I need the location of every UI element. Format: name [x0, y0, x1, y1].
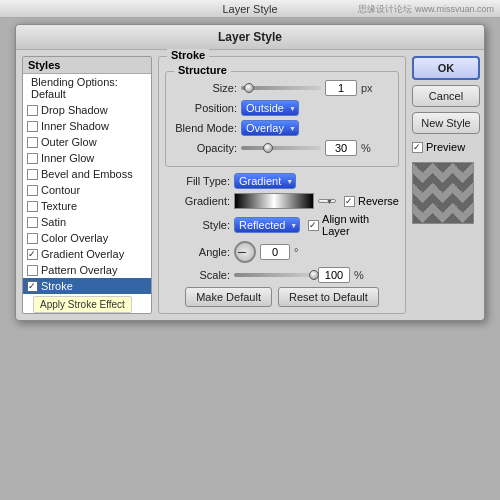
- dialog-body: Styles Blending Options: Default Drop Sh…: [16, 50, 484, 320]
- reverse-checkbox[interactable]: [344, 196, 355, 207]
- angle-input[interactable]: [260, 244, 290, 260]
- size-slider[interactable]: [241, 86, 321, 90]
- stroke-checkbox[interactable]: [27, 281, 38, 292]
- gradient-overlay-checkbox[interactable]: [27, 249, 38, 260]
- style-value: Reflected: [239, 219, 285, 231]
- dialog: Layer Style Styles Blending Options: Def…: [15, 24, 485, 321]
- angle-row: Angle: °: [165, 241, 399, 263]
- bottom-buttons-row: Make Default Reset to Default: [165, 287, 399, 307]
- fill-type-value: Gradient: [239, 175, 281, 187]
- size-input[interactable]: [325, 80, 357, 96]
- sidebar-item-inner-shadow[interactable]: Inner Shadow: [23, 118, 151, 134]
- outer-glow-checkbox[interactable]: [27, 137, 38, 148]
- blend-mode-select[interactable]: Overlay: [241, 120, 299, 136]
- blend-mode-label: Blend Mode:: [172, 122, 237, 134]
- drop-shadow-label: Drop Shadow: [41, 104, 108, 116]
- sidebar-item-satin[interactable]: Satin: [23, 214, 151, 230]
- pattern-overlay-label: Pattern Overlay: [41, 264, 117, 276]
- sidebar-item-contour[interactable]: Contour: [23, 182, 151, 198]
- scale-row: Scale: %: [165, 267, 399, 283]
- sidebar-item-blending[interactable]: Blending Options: Default: [23, 74, 151, 102]
- align-layer-label: Align with Layer: [322, 213, 399, 237]
- blend-mode-row: Blend Mode: Overlay: [172, 120, 392, 136]
- inner-glow-label: Inner Glow: [41, 152, 94, 164]
- sidebar-item-color-overlay[interactable]: Color Overlay: [23, 230, 151, 246]
- sidebar-item-texture[interactable]: Texture: [23, 198, 151, 214]
- opacity-slider[interactable]: [241, 146, 321, 150]
- position-select[interactable]: Outside: [241, 100, 299, 116]
- opacity-label: Opacity:: [172, 142, 237, 154]
- style-row: Style: Reflected Align with Layer: [165, 213, 399, 237]
- left-panel-header: Styles: [23, 57, 151, 74]
- sidebar-item-outer-glow[interactable]: Outer Glow: [23, 134, 151, 150]
- sidebar-item-bevel-emboss[interactable]: Bevel and Emboss: [23, 166, 151, 182]
- tooltip-container: Apply Stroke Effect: [23, 296, 151, 313]
- position-row: Position: Outside: [172, 100, 392, 116]
- contour-label: Contour: [41, 184, 80, 196]
- align-layer-checkbox[interactable]: [308, 220, 319, 231]
- style-select[interactable]: Reflected: [234, 217, 300, 233]
- fill-type-label: Fill Type:: [165, 175, 230, 187]
- angle-label: Angle:: [165, 246, 230, 258]
- fill-type-select[interactable]: Gradient: [234, 173, 296, 189]
- opacity-input[interactable]: [325, 140, 357, 156]
- gradient-select-arrow[interactable]: [318, 199, 336, 203]
- sidebar-item-stroke[interactable]: Stroke: [23, 278, 151, 294]
- watermark: 思缘设计论坛 www.missvuan.com: [358, 3, 494, 16]
- texture-checkbox[interactable]: [27, 201, 38, 212]
- reset-to-default-button[interactable]: Reset to Default: [278, 287, 379, 307]
- tooltip-text: Apply Stroke Effect: [33, 296, 132, 313]
- position-label: Position:: [172, 102, 237, 114]
- main-content: Stroke Structure Size: px: [158, 56, 406, 314]
- inner-glow-checkbox[interactable]: [27, 153, 38, 164]
- right-buttons: OK Cancel New Style Preview: [412, 56, 480, 314]
- top-bar: Layer Style 思缘设计论坛 www.missvuan.com: [0, 0, 500, 18]
- scale-input[interactable]: [318, 267, 350, 283]
- sidebar-item-inner-glow[interactable]: Inner Glow: [23, 150, 151, 166]
- top-bar-title: Layer Style: [222, 3, 277, 15]
- opacity-row: Opacity: %: [172, 140, 392, 156]
- sidebar-item-pattern-overlay[interactable]: Pattern Overlay: [23, 262, 151, 278]
- pattern-overlay-checkbox[interactable]: [27, 265, 38, 276]
- sidebar-item-gradient-overlay[interactable]: Gradient Overlay: [23, 246, 151, 262]
- new-style-button[interactable]: New Style: [412, 112, 480, 134]
- scale-slider-thumb[interactable]: [309, 270, 319, 280]
- contour-checkbox[interactable]: [27, 185, 38, 196]
- style-label: Style:: [165, 219, 230, 231]
- satin-label: Satin: [41, 216, 66, 228]
- position-value: Outside: [246, 102, 284, 114]
- texture-label: Texture: [41, 200, 77, 212]
- size-row: Size: px: [172, 80, 392, 96]
- scale-unit: %: [354, 269, 364, 281]
- preview-checkbox[interactable]: [412, 142, 423, 153]
- size-unit: px: [361, 82, 373, 94]
- preview-box: [412, 162, 474, 224]
- color-overlay-checkbox[interactable]: [27, 233, 38, 244]
- preview-checkbox-row: Preview: [412, 141, 480, 153]
- scale-label: Scale:: [165, 269, 230, 281]
- gradient-preview-btn[interactable]: [234, 193, 314, 209]
- structure-section: Structure Size: px Position:: [165, 71, 399, 167]
- drop-shadow-checkbox[interactable]: [27, 105, 38, 116]
- outer-glow-label: Outer Glow: [41, 136, 97, 148]
- inner-shadow-label: Inner Shadow: [41, 120, 109, 132]
- structure-legend: Structure: [174, 64, 231, 76]
- cancel-button[interactable]: Cancel: [412, 85, 480, 107]
- angle-dial[interactable]: [234, 241, 256, 263]
- sidebar-item-drop-shadow[interactable]: Drop Shadow: [23, 102, 151, 118]
- gradient-label: Gradient:: [165, 195, 230, 207]
- ok-button[interactable]: OK: [412, 56, 480, 80]
- size-slider-thumb[interactable]: [244, 83, 254, 93]
- dialog-title: Layer Style: [16, 25, 484, 50]
- color-overlay-label: Color Overlay: [41, 232, 108, 244]
- bevel-emboss-checkbox[interactable]: [27, 169, 38, 180]
- reverse-label: Reverse: [358, 195, 399, 207]
- opacity-unit: %: [361, 142, 371, 154]
- angle-unit: °: [294, 246, 298, 258]
- opacity-slider-thumb[interactable]: [263, 143, 273, 153]
- satin-checkbox[interactable]: [27, 217, 38, 228]
- preview-inner: [413, 163, 473, 223]
- inner-shadow-checkbox[interactable]: [27, 121, 38, 132]
- make-default-button[interactable]: Make Default: [185, 287, 272, 307]
- scale-slider[interactable]: [234, 273, 314, 277]
